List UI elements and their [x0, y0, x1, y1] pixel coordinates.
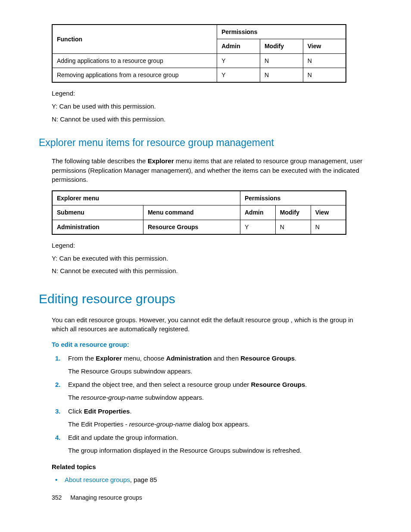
- th-explorer-menu: Explorer menu: [52, 191, 240, 205]
- text: Expand the object tree, and then select …: [68, 381, 251, 388]
- procedure-step: Expand the object tree, and then select …: [55, 380, 369, 402]
- th-modify: Modify: [275, 205, 311, 220]
- step-result: The resource-group-name subwindow appear…: [68, 393, 369, 402]
- text-bold: Resource Groups: [240, 355, 295, 362]
- page-footer: 352 Managing resource groups: [52, 493, 142, 502]
- step-result: The Edit Properties - resource-group-nam…: [68, 420, 369, 429]
- th-submenu: Submenu: [52, 205, 143, 220]
- cell-modify: N: [260, 68, 303, 82]
- text: subwindow appears.: [143, 394, 204, 401]
- step-result: The Resource Groups subwindow appears.: [68, 367, 369, 376]
- text: .: [305, 381, 307, 388]
- text: dialog box appears.: [191, 420, 249, 428]
- text: Edit and update the group information.: [68, 434, 178, 441]
- text: The Edit Properties -: [68, 420, 129, 428]
- text-italic: resource-group-name: [129, 420, 191, 428]
- th-menucmd: Menu command: [143, 205, 240, 220]
- table-row: Adding applications to a resource group …: [52, 53, 346, 68]
- th-view: View: [311, 205, 346, 220]
- related-suffix: , page 85: [130, 476, 157, 483]
- text-bold: Explorer: [148, 157, 174, 165]
- section2-intro: You can edit resource groups. However, y…: [52, 315, 369, 334]
- related-topics-label: Related topics: [52, 462, 369, 472]
- permissions-table-2: Explorer menu Permissions Submenu Menu c…: [52, 190, 346, 235]
- text: The group information displayed in the R…: [68, 447, 302, 454]
- text: The following table describes the: [52, 157, 148, 165]
- step-result: The group information displayed in the R…: [68, 446, 369, 455]
- related-link[interactable]: About resource groups: [65, 476, 130, 483]
- text: menu, choose: [122, 355, 166, 362]
- related-topics-list: About resource groups, page 85: [55, 475, 369, 485]
- legend-n: N: Cannot be executed with this permissi…: [52, 266, 369, 276]
- permissions-table-1: Function Permissions Admin Modify View A…: [52, 24, 346, 83]
- text-bold: Administration: [166, 355, 212, 362]
- list-item: About resource groups, page 85: [55, 475, 369, 485]
- procedure-step: Click Edit Properties.The Edit Propertie…: [55, 407, 369, 429]
- th-admin: Admin: [240, 205, 275, 220]
- th-permissions: Permissions: [240, 191, 346, 205]
- procedure-step: From the Explorer menu, choose Administr…: [55, 354, 369, 376]
- legend-y: Y: Can be used with this permission.: [52, 102, 369, 111]
- legend-n: N: Cannot be used with this permission.: [52, 115, 369, 124]
- step-text: Expand the object tree, and then select …: [68, 381, 307, 388]
- th-function: Function: [52, 25, 217, 53]
- text: .: [295, 355, 296, 362]
- cell-menucmd: Resource Groups: [143, 220, 240, 234]
- table-row: Removing applications from a resource gr…: [52, 68, 346, 82]
- procedure-steps: From the Explorer menu, choose Administr…: [55, 354, 369, 455]
- text: The Resource Groups subwindow appears.: [68, 367, 193, 375]
- page-number: 352: [52, 494, 62, 501]
- cell-view: N: [303, 68, 346, 82]
- cell-function: Removing applications from a resource gr…: [52, 68, 217, 82]
- th-admin: Admin: [217, 39, 260, 53]
- step-text: Click Edit Properties.: [68, 408, 132, 415]
- table-row: Administration Resource Groups Y N N: [52, 220, 346, 234]
- cell-admin: Y: [240, 220, 275, 234]
- cell-submenu: Administration: [52, 220, 143, 234]
- procedure-heading: To edit a resource group:: [52, 340, 369, 349]
- footer-title: Managing resource groups: [70, 494, 142, 501]
- th-permissions: Permissions: [217, 25, 346, 39]
- cell-admin: Y: [217, 53, 260, 68]
- text-italic: resource-group-name: [81, 394, 143, 401]
- text-bold: Explorer: [96, 355, 122, 362]
- cell-admin: Y: [217, 68, 260, 82]
- cell-modify: N: [275, 220, 311, 234]
- text: Click: [68, 408, 84, 415]
- text: From the: [68, 355, 96, 362]
- section-heading-editing: Editing resource groups: [39, 289, 369, 308]
- procedure-step: Edit and update the group information.Th…: [55, 433, 369, 455]
- cell-function: Adding applications to a resource group: [52, 53, 217, 68]
- th-view: View: [303, 39, 346, 53]
- legend-title: Legend:: [52, 89, 369, 98]
- th-modify: Modify: [260, 39, 303, 53]
- legend-y: Y: Can be executed with this permission.: [52, 254, 369, 263]
- section-heading-explorer: Explorer menu items for resource group m…: [39, 136, 369, 150]
- step-text: From the Explorer menu, choose Administr…: [68, 355, 296, 362]
- text: .: [130, 408, 131, 415]
- text-bold: Edit Properties: [84, 408, 130, 415]
- step-text: Edit and update the group information.: [68, 434, 178, 441]
- cell-modify: N: [260, 53, 303, 68]
- legend-title: Legend:: [52, 241, 369, 250]
- cell-view: N: [311, 220, 346, 234]
- text: and then: [212, 355, 240, 362]
- text-bold: Resource Groups: [251, 381, 305, 388]
- cell-view: N: [303, 53, 346, 68]
- section1-intro: The following table describes the Explor…: [52, 156, 369, 184]
- text: The: [68, 394, 81, 401]
